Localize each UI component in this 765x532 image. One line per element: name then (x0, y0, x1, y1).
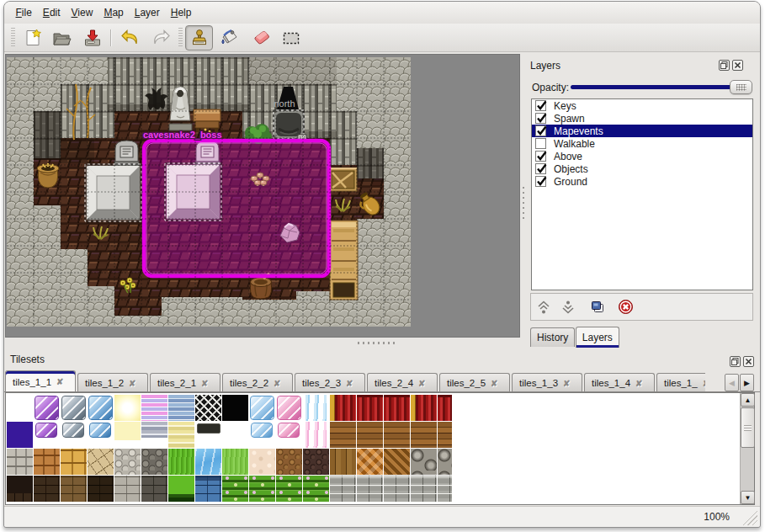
close-tab-icon[interactable]: ✘ (201, 379, 208, 388)
close-tab-icon[interactable]: ✘ (563, 379, 570, 388)
tile-grassB[interactable] (168, 449, 194, 475)
tile-glassPk[interactable] (276, 395, 302, 421)
close-tab-icon[interactable]: ✘ (274, 379, 280, 388)
tile-planksH[interactable] (330, 422, 356, 448)
close-tab-icon[interactable]: ✘ (418, 379, 425, 388)
close-tilesets-icon[interactable] (743, 356, 754, 367)
tile-glassPh[interactable] (34, 422, 60, 448)
tile-greyBricks[interactable] (438, 476, 452, 502)
close-tab-icon[interactable]: ✘ (56, 377, 63, 386)
tile-glassB[interactable] (88, 395, 114, 421)
tile-tilesG[interactable] (61, 449, 87, 475)
layer-checkbox-ground[interactable] (535, 176, 546, 187)
tile-planksH[interactable] (357, 422, 383, 448)
tile-stripesPink[interactable] (141, 395, 167, 421)
tile-white[interactable] (222, 422, 248, 448)
tile-logs[interactable] (438, 449, 452, 475)
tile-water[interactable] (195, 449, 221, 475)
close-tab-icon[interactable]: ✘ (491, 379, 497, 388)
redo-icon[interactable] (147, 26, 173, 50)
tile-greyBricks[interactable] (357, 476, 383, 502)
tileset-tab-tiles_2_5[interactable]: tiles_2_5✘ (439, 373, 510, 392)
tile-glassBh[interactable] (88, 422, 114, 448)
tile-paleY[interactable] (114, 422, 141, 448)
tile-blueBrick[interactable] (195, 476, 221, 502)
tile-bricksD[interactable] (34, 476, 60, 502)
dock-tab-history[interactable]: History (530, 327, 575, 347)
tile-dirtB[interactable] (276, 449, 302, 475)
layer-row-mapevents[interactable]: Mapevents (532, 125, 752, 137)
tile-lattice[interactable] (195, 395, 221, 421)
tile-black[interactable] (222, 395, 248, 421)
resize-grip[interactable] (741, 509, 757, 525)
tile-glassGh[interactable] (61, 422, 87, 448)
tile-rocksO[interactable] (34, 449, 60, 475)
duplicate-layer-button[interactable] (589, 299, 606, 316)
tile-stripesGrey[interactable] (141, 422, 167, 448)
layer-row-keys[interactable]: Keys (532, 99, 752, 112)
tileset-tab-tiles_1_4[interactable]: tiles_1_4✘ (584, 373, 655, 392)
layer-checkbox-keys[interactable] (535, 100, 546, 111)
tile-waterP[interactable] (303, 422, 329, 448)
toolbar-grip-2[interactable] (178, 28, 183, 48)
close-panel-icon[interactable] (732, 60, 743, 71)
tile-bricksT[interactable] (61, 476, 87, 502)
layer-row-walkable[interactable]: Walkable (532, 137, 752, 150)
tile-curtain[interactable] (438, 395, 452, 421)
tile-glassB2h[interactable] (249, 422, 275, 448)
tile-pebblesD[interactable] (141, 449, 167, 475)
menu-layer[interactable]: Layer (129, 4, 165, 21)
tile-grassEdge[interactable] (168, 476, 194, 502)
new-file-icon[interactable] (20, 26, 45, 50)
tile-pebblesL[interactable] (114, 449, 141, 475)
tileset-tab-tiles_1_2[interactable]: tiles_1_2✘ (77, 373, 148, 392)
tile-weave[interactable] (357, 449, 383, 475)
tile-white[interactable] (7, 395, 33, 421)
tile-curtain[interactable] (357, 395, 383, 421)
menu-edit[interactable]: Edit (37, 4, 66, 21)
lower-layer-button[interactable] (560, 299, 576, 316)
scroll-tabs-left-icon[interactable]: ◀ (725, 374, 739, 391)
tile-cracked[interactable] (88, 449, 114, 475)
tile-planksH[interactable] (411, 422, 437, 448)
opacity-slider-handle[interactable] (730, 80, 752, 94)
close-tab-icon[interactable]: ✘ (129, 379, 135, 388)
tile-curtainG[interactable] (411, 395, 437, 421)
tileset-tab-tiles_1_3[interactable]: tiles_1_3✘ (512, 373, 582, 392)
tile-glow[interactable] (114, 395, 141, 421)
tile-greyBricks[interactable] (384, 476, 410, 502)
horizontal-splitter[interactable] (358, 342, 396, 344)
fill-tool-icon[interactable] (216, 26, 242, 50)
menu-view[interactable]: View (66, 4, 98, 21)
tile-cropRows[interactable] (303, 476, 329, 502)
menu-map[interactable]: Map (98, 4, 129, 21)
tile-dirtD[interactable] (303, 449, 329, 475)
menu-help[interactable]: Help (165, 4, 197, 21)
tile-cropRows[interactable] (249, 476, 275, 502)
menu-file[interactable]: File (10, 4, 37, 21)
tile-planksH[interactable] (438, 422, 452, 448)
tileset-tab-tiles_2_1[interactable]: tiles_2_1✘ (150, 373, 220, 392)
scroll-tabs-right-icon[interactable]: ▶ (740, 374, 754, 391)
tile-cropRows[interactable] (276, 476, 302, 502)
tile-metal[interactable] (195, 422, 221, 448)
save-icon[interactable] (80, 26, 105, 50)
tile-greyBricks[interactable] (411, 476, 437, 502)
layer-row-objects[interactable]: Objects (532, 162, 752, 175)
delete-layer-button[interactable] (617, 299, 634, 316)
vertical-splitter[interactable] (521, 187, 527, 221)
layer-checkbox-objects[interactable] (535, 163, 546, 174)
scrollbar-thumb[interactable] (741, 407, 755, 448)
tile-bricksDD[interactable] (88, 476, 114, 502)
tileset-scrollbar[interactable]: ▲ ▼ (740, 393, 754, 504)
tileset-view[interactable] (5, 392, 755, 505)
tile-cobble[interactable] (7, 449, 33, 475)
tile-cropRows[interactable] (222, 476, 248, 502)
layer-checkbox-walkable[interactable] (535, 138, 546, 149)
tileset-tab-tiles_2_2[interactable]: tiles_2_2✘ (222, 373, 293, 392)
layer-row-ground[interactable]: Ground (532, 175, 752, 188)
scroll-down-icon[interactable]: ▼ (741, 491, 755, 504)
layer-row-spawn[interactable]: Spawn (532, 112, 752, 125)
stamp-tool-icon[interactable] (185, 25, 213, 51)
tile-planksH[interactable] (384, 422, 410, 448)
